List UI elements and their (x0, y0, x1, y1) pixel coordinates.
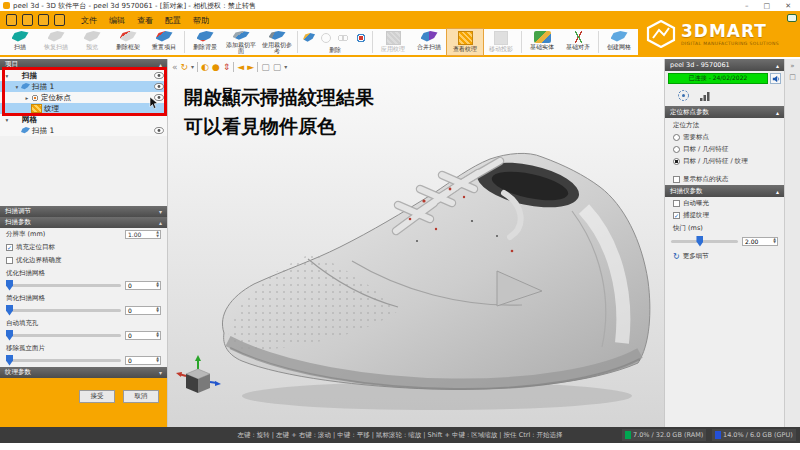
fit-view-icon[interactable]: ⇕ (223, 62, 231, 72)
slider-handle[interactable] (6, 280, 13, 291)
shaded-view-icon[interactable]: ◐ (201, 62, 209, 72)
more-details-link[interactable]: ↻ 更多细节 (665, 248, 784, 265)
section-texture-params[interactable]: 纹理参数 ▾ (0, 367, 167, 378)
scanner-panel-header[interactable]: peel 3d - 9570061 ▴ (665, 59, 784, 71)
tree-item[interactable]: ▾ 网格 (0, 114, 167, 125)
radio-button[interactable] (673, 158, 680, 165)
expand-panel-icon[interactable]: » (785, 62, 800, 70)
toolbar-button[interactable]: 删除框架 (110, 29, 146, 55)
toolbar-button[interactable]: 创建网格 (601, 29, 637, 55)
toolbar-button[interactable]: 查看纹理 (447, 29, 483, 55)
slider-track[interactable] (6, 359, 121, 362)
toolbar-separator[interactable] (257, 62, 258, 72)
menu-item[interactable]: 查看 (137, 15, 153, 26)
menu-item[interactable]: 编辑 (109, 15, 125, 26)
accept-button[interactable]: 接受 (79, 390, 115, 403)
tree-item[interactable]: ▾ 扫描 (0, 70, 167, 81)
checkbox[interactable] (6, 257, 13, 264)
visibility-eye-icon[interactable] (154, 94, 164, 101)
delete-circle-icon[interactable] (321, 33, 331, 43)
maximize-button[interactable]: □ (764, 2, 771, 10)
resolution-spinner[interactable]: 1.00 ▲▼ (125, 230, 161, 239)
toolbar-button[interactable]: 删除背景 (187, 29, 223, 55)
radio-button[interactable] (673, 146, 680, 153)
slider-value-spinner[interactable]: 0 ▲▼ (125, 306, 161, 315)
slider-handle[interactable] (6, 355, 13, 366)
tree-item[interactable]: 扫描 1 (0, 125, 167, 136)
export-project-icon[interactable] (54, 14, 65, 26)
shutter-slider-handle[interactable] (696, 236, 703, 247)
viewport-3d[interactable]: «↻▾◐●⇕◄►▢▢▾ 開啟顯示掃描紋理結果 可以看見物件原色 (168, 59, 664, 427)
toolbar-separator[interactable] (197, 62, 198, 72)
section-scan-params[interactable]: 扫描参数 ▴ (0, 217, 167, 228)
slider-value-spinner[interactable]: 0 ▲▼ (125, 331, 161, 340)
checkbox[interactable] (673, 212, 680, 219)
expander-icon[interactable]: ▾ (3, 117, 11, 123)
delete-patches-icon[interactable] (337, 33, 349, 43)
open-project-icon[interactable] (22, 14, 33, 26)
visibility-eye-icon[interactable] (154, 83, 164, 90)
toolbar-button[interactable]: 扫描 (2, 29, 38, 55)
toolbar-button[interactable]: 基础对齐 (560, 29, 596, 55)
spinner-arrows-icon[interactable]: ▲▼ (156, 357, 159, 364)
toolbar-button[interactable]: 移动投影 (483, 29, 519, 55)
toolbar-button[interactable]: 基础实体 (524, 29, 560, 55)
toolbar-button[interactable]: 重置项目 (146, 29, 182, 55)
free-selection-icon[interactable]: ▢ (273, 62, 282, 72)
expander-icon[interactable]: ▾ (3, 73, 11, 79)
shutter-spinner[interactable]: 2.00 ▲▼ (742, 237, 778, 246)
toolbar-button[interactable]: 应用纹理 (375, 29, 411, 55)
section-target-params[interactable]: 定位标点参数 ▴ (665, 106, 784, 118)
scanned-shoe-model[interactable] (212, 101, 664, 421)
toolbar-separator[interactable] (233, 62, 234, 72)
slider-track[interactable] (6, 309, 121, 312)
project-panel-header[interactable]: 项目 ▴ (0, 59, 167, 70)
minimize-button[interactable]: – (745, 2, 749, 10)
next-frame-icon[interactable]: ► (247, 62, 254, 72)
cancel-button[interactable]: 取消 (123, 390, 159, 403)
slider-value-spinner[interactable]: 0 ▲▼ (125, 281, 161, 290)
slider-value-spinner[interactable]: 0 ▲▼ (125, 356, 161, 365)
selection-menu-icon[interactable]: ▾ (284, 63, 287, 70)
delete-targets-icon[interactable] (303, 33, 315, 43)
expander-icon[interactable]: ▾ (13, 84, 21, 90)
menu-item[interactable]: 配置 (165, 15, 181, 26)
toolbar-button[interactable]: 预览 (74, 29, 110, 55)
chat-icon[interactable] (787, 14, 797, 22)
rotate-view-icon[interactable]: ↻ (181, 62, 189, 72)
radio-button[interactable] (673, 134, 680, 141)
toolbar-button[interactable]: 恢复扫描 (38, 29, 74, 55)
expander-icon[interactable]: ▸ (23, 95, 31, 101)
shutter-slider-track[interactable] (671, 240, 738, 243)
tree-item[interactable]: ▾ 扫描 1 (0, 81, 167, 92)
slider-track[interactable] (6, 334, 121, 337)
slider-track[interactable] (6, 284, 121, 287)
slider-handle[interactable] (6, 305, 13, 316)
rotate-view-menu-icon[interactable]: ▾ (191, 63, 194, 70)
toolbar-button[interactable]: 使用裁切参考 (259, 29, 295, 55)
previous-frame-icon[interactable]: ◄ (237, 62, 244, 72)
spinner-arrows-icon[interactable]: ▲▼ (156, 282, 159, 289)
visibility-eye-icon[interactable] (154, 72, 164, 79)
save-project-icon[interactable] (38, 14, 49, 26)
toolbar-button[interactable]: 合并扫描 (411, 29, 447, 55)
delete-marker-icon[interactable] (355, 33, 367, 43)
menu-item[interactable]: 帮助 (193, 15, 209, 26)
checkbox[interactable] (673, 176, 680, 183)
slider-handle[interactable] (6, 330, 13, 341)
new-project-icon[interactable] (6, 14, 17, 26)
toolbar-button[interactable]: 添加裁切平面 (223, 29, 259, 55)
spinner-arrows-icon[interactable]: ▲▼ (156, 307, 159, 314)
close-button[interactable]: ✕ (785, 2, 791, 10)
float-panel-icon[interactable]: □ (785, 73, 800, 81)
spinner-arrows-icon[interactable]: ▲▼ (156, 231, 159, 238)
textured-view-icon[interactable]: ● (212, 62, 220, 72)
menu-item[interactable]: 文件 (81, 15, 97, 26)
collapse-panel-icon[interactable]: « (172, 62, 178, 72)
section-scan-adjust[interactable]: 扫描调节 ▾ (0, 206, 167, 217)
targeting-mode-icon[interactable] (677, 89, 690, 102)
tree-item[interactable]: 纹理 (0, 103, 167, 114)
spinner-arrows-icon[interactable]: ▲▼ (156, 332, 159, 339)
sound-button[interactable] (770, 73, 781, 84)
section-scanner-params[interactable]: 扫描仪参数 ▴ (665, 185, 784, 197)
